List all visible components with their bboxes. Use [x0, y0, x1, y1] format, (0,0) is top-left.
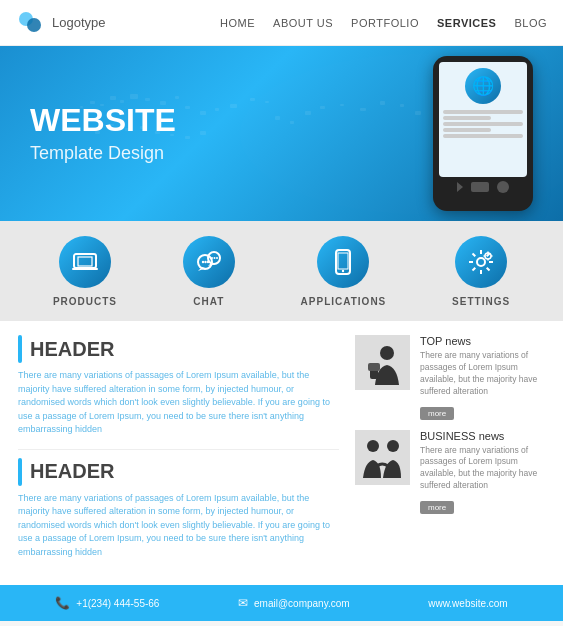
nav-portfolio[interactable]: PORTFOLIO	[351, 17, 419, 29]
svg-rect-35	[200, 131, 206, 135]
svg-line-58	[487, 267, 490, 270]
footer-phone-number: +1(234) 444-55-66	[76, 598, 159, 609]
news-body-top: There are many variations of passages of…	[420, 350, 545, 398]
news-title-top-text: TOP news	[420, 335, 471, 347]
feature-settings[interactable]: SETTINGS	[452, 236, 510, 307]
logo-icon	[16, 9, 44, 37]
features-bar: PRODUCTS CHAT	[0, 221, 563, 321]
nav-bar: Logotype HOME ABOUT US PORTFOLIO SERVICE…	[0, 0, 563, 46]
svg-rect-20	[305, 111, 311, 115]
svg-rect-23	[360, 108, 366, 111]
svg-rect-21	[320, 106, 325, 109]
svg-rect-11	[175, 96, 179, 99]
chat-icon-circle	[183, 236, 235, 288]
nav-blog[interactable]: BLOG	[514, 17, 547, 29]
mobile-icon	[335, 249, 351, 275]
logo-text: Logotype	[52, 15, 106, 30]
applications-label: APPLICATIONS	[301, 296, 387, 307]
phone-buttons	[457, 181, 509, 193]
svg-rect-16	[250, 98, 255, 101]
footer: 📞 +1(234) 444-55-66 ✉ email@company.com …	[0, 585, 563, 621]
svg-point-52	[477, 258, 485, 266]
news-body-business: There are many variations of passages of…	[420, 445, 545, 493]
person-silhouette-1	[355, 335, 410, 390]
footer-email: ✉ email@company.com	[238, 596, 350, 610]
news-title-business: BUSINESS news	[420, 430, 545, 442]
svg-rect-26	[415, 111, 421, 115]
divider1	[18, 449, 339, 450]
svg-rect-13	[200, 111, 206, 115]
svg-rect-18	[275, 116, 280, 120]
svg-rect-8	[130, 94, 138, 99]
svg-rect-22	[340, 104, 344, 106]
svg-point-51	[342, 269, 344, 271]
news-content-top: TOP news There are many variations of pa…	[420, 335, 545, 420]
logo-area: Logotype	[16, 9, 106, 37]
section2-header: HEADER	[18, 458, 339, 486]
svg-rect-25	[400, 104, 404, 107]
hero-section: WEBSITE Template Design 🌐	[0, 46, 563, 221]
chat-icon	[196, 250, 222, 274]
laptop-icon	[72, 252, 98, 272]
svg-rect-24	[380, 101, 385, 105]
business-news-more-btn[interactable]: more	[420, 501, 454, 514]
svg-point-71	[367, 440, 379, 452]
feature-chat[interactable]: CHAT	[183, 236, 235, 307]
svg-point-72	[387, 440, 399, 452]
footer-email-address: email@company.com	[254, 598, 350, 609]
news-item-top: TOP news There are many variations of pa…	[355, 335, 545, 420]
news-title-business-text: BUSINESS news	[420, 430, 504, 442]
footer-website: www.website.com	[428, 598, 507, 609]
phone-screen: 🌐	[439, 62, 527, 177]
news-thumb-business	[355, 430, 410, 485]
content-section: HEADER There are many variations of pass…	[0, 321, 563, 585]
phone-line-short	[443, 116, 491, 120]
svg-rect-50	[338, 253, 348, 269]
chat-label: CHAT	[193, 296, 224, 307]
hero-subtitle: Template Design	[30, 143, 176, 164]
svg-point-45	[207, 260, 209, 262]
section1-accent	[18, 335, 22, 363]
svg-rect-69	[368, 363, 380, 371]
svg-line-60	[473, 267, 476, 270]
section1-title: HEADER	[30, 338, 114, 361]
svg-point-47	[213, 257, 215, 259]
phone-line	[443, 122, 523, 126]
phone-mockup: 🌐	[433, 56, 533, 211]
svg-rect-38	[72, 268, 98, 270]
footer-website-url: www.website.com	[428, 598, 507, 609]
nav-services[interactable]: SERVICES	[437, 17, 496, 29]
svg-rect-34	[185, 136, 190, 139]
section1-body: There are many variations of passages of…	[18, 369, 339, 437]
feature-products[interactable]: PRODUCTS	[53, 236, 117, 307]
svg-rect-12	[185, 106, 190, 109]
applications-icon-circle	[317, 236, 369, 288]
products-label: PRODUCTS	[53, 296, 117, 307]
phone-content-lines	[443, 108, 523, 140]
section2-body: There are many variations of passages of…	[18, 492, 339, 560]
svg-point-48	[216, 257, 218, 259]
news-content-business: BUSINESS news There are many variations …	[420, 430, 545, 515]
phone-globe-icon: 🌐	[465, 68, 501, 104]
svg-rect-15	[230, 104, 237, 108]
news-item-business: BUSINESS news There are many variations …	[355, 430, 545, 515]
phone-line-short	[443, 128, 491, 132]
top-news-more-btn[interactable]: more	[420, 407, 454, 420]
settings-icon-circle	[455, 236, 507, 288]
feature-applications[interactable]: APPLICATIONS	[301, 236, 387, 307]
svg-point-67	[380, 346, 394, 360]
phone-icon: 📞	[55, 596, 70, 610]
section2-title: HEADER	[30, 460, 114, 483]
svg-rect-19	[290, 121, 294, 124]
phone-home-btn	[471, 182, 489, 192]
products-icon-circle	[59, 236, 111, 288]
footer-phone: 📞 +1(234) 444-55-66	[55, 596, 159, 610]
svg-point-46	[211, 257, 213, 259]
nav-home[interactable]: HOME	[220, 17, 255, 29]
news-title-top: TOP news	[420, 335, 545, 347]
person-silhouette-2	[355, 430, 410, 485]
email-icon: ✉	[238, 596, 248, 610]
svg-rect-9	[145, 98, 150, 101]
nav-about[interactable]: ABOUT US	[273, 17, 333, 29]
settings-label: SETTINGS	[452, 296, 510, 307]
